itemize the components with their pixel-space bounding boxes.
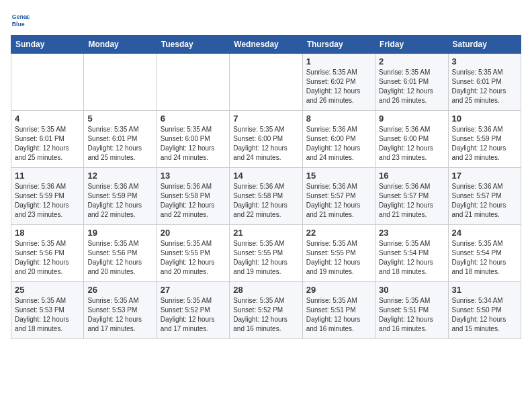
col-header-saturday: Saturday bbox=[448, 36, 521, 54]
col-header-friday: Friday bbox=[375, 36, 448, 54]
day-info: Sunrise: 5:36 AM Sunset: 6:00 PM Dayligh… bbox=[306, 125, 371, 163]
calendar-cell: 25Sunrise: 5:35 AM Sunset: 5:53 PM Dayli… bbox=[11, 282, 84, 339]
calendar-cell: 5Sunrise: 5:35 AM Sunset: 6:01 PM Daylig… bbox=[84, 111, 157, 168]
day-info: Sunrise: 5:35 AM Sunset: 5:55 PM Dayligh… bbox=[161, 239, 226, 277]
calendar-body: 1Sunrise: 5:35 AM Sunset: 6:02 PM Daylig… bbox=[11, 54, 521, 339]
day-info: Sunrise: 5:35 AM Sunset: 6:01 PM Dayligh… bbox=[452, 68, 517, 105]
day-number: 12 bbox=[87, 171, 152, 181]
col-header-monday: Monday bbox=[84, 36, 157, 54]
calendar-week-5: 25Sunrise: 5:35 AM Sunset: 5:53 PM Dayli… bbox=[11, 282, 521, 339]
day-number: 31 bbox=[452, 285, 517, 295]
day-number: 5 bbox=[87, 113, 152, 124]
day-info: Sunrise: 5:36 AM Sunset: 5:57 PM Dayligh… bbox=[379, 182, 444, 220]
calendar-cell: 23Sunrise: 5:35 AM Sunset: 5:54 PM Dayli… bbox=[375, 225, 448, 282]
calendar-cell: 20Sunrise: 5:35 AM Sunset: 5:55 PM Dayli… bbox=[157, 225, 229, 282]
calendar-cell: 14Sunrise: 5:36 AM Sunset: 5:58 PM Dayli… bbox=[230, 168, 302, 225]
calendar-cell: 30Sunrise: 5:35 AM Sunset: 5:51 PM Dayli… bbox=[375, 282, 448, 339]
calendar-cell bbox=[157, 54, 229, 111]
day-info: Sunrise: 5:35 AM Sunset: 6:00 PM Dayligh… bbox=[233, 125, 298, 163]
day-info: Sunrise: 5:35 AM Sunset: 6:01 PM Dayligh… bbox=[379, 68, 444, 105]
day-number: 18 bbox=[15, 228, 80, 238]
day-info: Sunrise: 5:36 AM Sunset: 5:59 PM Dayligh… bbox=[87, 182, 152, 220]
day-number: 8 bbox=[306, 113, 371, 124]
calendar-cell bbox=[230, 54, 302, 111]
day-info: Sunrise: 5:35 AM Sunset: 6:01 PM Dayligh… bbox=[15, 125, 80, 163]
calendar-cell bbox=[84, 54, 157, 111]
day-number: 2 bbox=[379, 56, 444, 66]
calendar-cell: 6Sunrise: 5:35 AM Sunset: 6:00 PM Daylig… bbox=[157, 111, 229, 168]
col-header-sunday: Sunday bbox=[11, 36, 84, 54]
calendar-cell: 3Sunrise: 5:35 AM Sunset: 6:01 PM Daylig… bbox=[448, 54, 521, 111]
calendar-cell: 16Sunrise: 5:36 AM Sunset: 5:57 PM Dayli… bbox=[375, 168, 448, 225]
day-info: Sunrise: 5:35 AM Sunset: 5:51 PM Dayligh… bbox=[306, 296, 371, 334]
day-info: Sunrise: 5:34 AM Sunset: 5:50 PM Dayligh… bbox=[452, 296, 517, 334]
calendar-cell: 22Sunrise: 5:35 AM Sunset: 5:55 PM Dayli… bbox=[302, 225, 375, 282]
calendar-cell: 12Sunrise: 5:36 AM Sunset: 5:59 PM Dayli… bbox=[84, 168, 157, 225]
day-info: Sunrise: 5:35 AM Sunset: 6:01 PM Dayligh… bbox=[87, 125, 152, 163]
day-number: 3 bbox=[452, 56, 517, 66]
day-info: Sunrise: 5:35 AM Sunset: 5:55 PM Dayligh… bbox=[306, 239, 371, 277]
calendar-cell: 27Sunrise: 5:35 AM Sunset: 5:52 PM Dayli… bbox=[157, 282, 229, 339]
calendar-cell: 2Sunrise: 5:35 AM Sunset: 6:01 PM Daylig… bbox=[375, 54, 448, 111]
day-number: 24 bbox=[452, 228, 517, 238]
day-number: 17 bbox=[452, 171, 517, 181]
calendar-header: SundayMondayTuesdayWednesdayThursdayFrid… bbox=[11, 36, 521, 54]
day-info: Sunrise: 5:36 AM Sunset: 5:58 PM Dayligh… bbox=[161, 182, 226, 220]
calendar-cell: 21Sunrise: 5:35 AM Sunset: 5:55 PM Dayli… bbox=[230, 225, 302, 282]
day-number: 10 bbox=[452, 113, 517, 124]
day-number: 4 bbox=[15, 113, 80, 124]
calendar-cell: 11Sunrise: 5:36 AM Sunset: 5:59 PM Dayli… bbox=[11, 168, 84, 225]
day-number: 13 bbox=[161, 171, 226, 181]
day-number: 1 bbox=[306, 56, 371, 66]
svg-text:Blue: Blue bbox=[12, 21, 25, 28]
calendar-cell: 1Sunrise: 5:35 AM Sunset: 6:02 PM Daylig… bbox=[302, 54, 375, 111]
day-info: Sunrise: 5:36 AM Sunset: 5:57 PM Dayligh… bbox=[452, 182, 517, 220]
day-info: Sunrise: 5:35 AM Sunset: 5:56 PM Dayligh… bbox=[15, 239, 80, 277]
calendar-cell: 18Sunrise: 5:35 AM Sunset: 5:56 PM Dayli… bbox=[11, 225, 84, 282]
calendar-cell: 26Sunrise: 5:35 AM Sunset: 5:53 PM Dayli… bbox=[84, 282, 157, 339]
day-number: 9 bbox=[379, 113, 444, 124]
calendar-cell: 10Sunrise: 5:36 AM Sunset: 5:59 PM Dayli… bbox=[448, 111, 521, 168]
day-info: Sunrise: 5:35 AM Sunset: 5:55 PM Dayligh… bbox=[233, 239, 298, 277]
calendar-cell: 15Sunrise: 5:36 AM Sunset: 5:57 PM Dayli… bbox=[302, 168, 375, 225]
day-info: Sunrise: 5:36 AM Sunset: 5:58 PM Dayligh… bbox=[233, 182, 298, 220]
calendar-cell: 29Sunrise: 5:35 AM Sunset: 5:51 PM Dayli… bbox=[302, 282, 375, 339]
day-number: 29 bbox=[306, 285, 371, 295]
day-info: Sunrise: 5:35 AM Sunset: 5:54 PM Dayligh… bbox=[379, 239, 444, 277]
logo: General Blue bbox=[11, 11, 30, 30]
day-number: 27 bbox=[161, 285, 226, 295]
day-number: 7 bbox=[233, 113, 298, 124]
day-number: 16 bbox=[379, 171, 444, 181]
day-number: 21 bbox=[233, 228, 298, 238]
calendar-cell: 8Sunrise: 5:36 AM Sunset: 6:00 PM Daylig… bbox=[302, 111, 375, 168]
calendar-cell: 7Sunrise: 5:35 AM Sunset: 6:00 PM Daylig… bbox=[230, 111, 302, 168]
calendar-cell bbox=[11, 54, 84, 111]
day-number: 28 bbox=[233, 285, 298, 295]
calendar-week-2: 4Sunrise: 5:35 AM Sunset: 6:01 PM Daylig… bbox=[11, 111, 521, 168]
col-header-tuesday: Tuesday bbox=[157, 36, 229, 54]
day-info: Sunrise: 5:35 AM Sunset: 6:02 PM Dayligh… bbox=[306, 68, 371, 105]
page-header: General Blue bbox=[11, 11, 521, 30]
day-info: Sunrise: 5:35 AM Sunset: 5:52 PM Dayligh… bbox=[161, 296, 226, 334]
day-number: 6 bbox=[161, 113, 226, 124]
calendar-week-1: 1Sunrise: 5:35 AM Sunset: 6:02 PM Daylig… bbox=[11, 54, 521, 111]
col-header-thursday: Thursday bbox=[302, 36, 375, 54]
calendar-cell: 31Sunrise: 5:34 AM Sunset: 5:50 PM Dayli… bbox=[448, 282, 521, 339]
day-number: 20 bbox=[161, 228, 226, 238]
calendar-week-4: 18Sunrise: 5:35 AM Sunset: 5:56 PM Dayli… bbox=[11, 225, 521, 282]
day-info: Sunrise: 5:35 AM Sunset: 5:54 PM Dayligh… bbox=[452, 239, 517, 277]
day-info: Sunrise: 5:36 AM Sunset: 6:00 PM Dayligh… bbox=[379, 125, 444, 163]
day-number: 25 bbox=[15, 285, 80, 295]
calendar-cell: 13Sunrise: 5:36 AM Sunset: 5:58 PM Dayli… bbox=[157, 168, 229, 225]
calendar-cell: 9Sunrise: 5:36 AM Sunset: 6:00 PM Daylig… bbox=[375, 111, 448, 168]
calendar-cell: 28Sunrise: 5:35 AM Sunset: 5:52 PM Dayli… bbox=[230, 282, 302, 339]
day-number: 15 bbox=[306, 171, 371, 181]
day-number: 14 bbox=[233, 171, 298, 181]
day-info: Sunrise: 5:36 AM Sunset: 5:59 PM Dayligh… bbox=[452, 125, 517, 163]
day-info: Sunrise: 5:35 AM Sunset: 5:56 PM Dayligh… bbox=[87, 239, 152, 277]
logo-icon: General Blue bbox=[11, 11, 30, 30]
day-info: Sunrise: 5:35 AM Sunset: 5:52 PM Dayligh… bbox=[233, 296, 298, 334]
day-info: Sunrise: 5:35 AM Sunset: 5:51 PM Dayligh… bbox=[379, 296, 444, 334]
day-info: Sunrise: 5:36 AM Sunset: 5:57 PM Dayligh… bbox=[306, 182, 371, 220]
day-number: 19 bbox=[87, 228, 152, 238]
